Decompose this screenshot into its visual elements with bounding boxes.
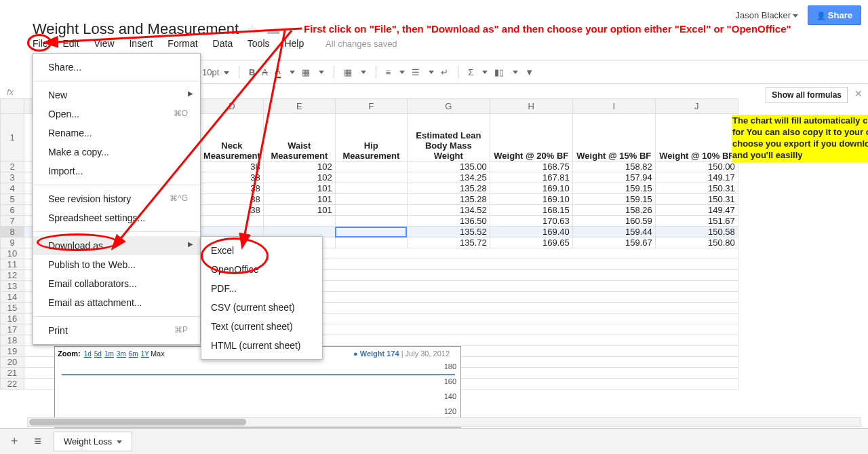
download-submenu: Excel OpenOffice PDF... CSV (current she… xyxy=(201,236,323,360)
menu-data[interactable]: Data xyxy=(213,38,233,49)
fill-color[interactable]: ▦ xyxy=(302,67,310,77)
menu-format[interactable]: Format xyxy=(167,38,197,49)
menu-revision[interactable]: See revision history⌘^G xyxy=(33,189,200,208)
selected-cell xyxy=(335,227,407,238)
share-button[interactable]: Share xyxy=(808,5,861,25)
menu-download-as[interactable]: Download as▶ xyxy=(33,236,200,255)
add-sheet-button[interactable]: + xyxy=(7,434,22,449)
align-button[interactable]: ≡ xyxy=(386,67,391,77)
sticky-note: The chart will fill automatically choose… xyxy=(732,115,868,162)
sheet-tabs-bar: + ≡ Weight Loss xyxy=(0,428,868,454)
submenu-pdf[interactable]: PDF... xyxy=(201,279,322,298)
file-menu-dropdown: Share... New▶ Open...⌘O Rename... Make a… xyxy=(33,53,201,345)
menu-new[interactable]: New▶ xyxy=(33,86,200,105)
borders-button[interactable]: ▦ xyxy=(344,67,352,77)
menu-bar: File Edit View Insert Format Data Tools … xyxy=(33,38,410,49)
menu-insert[interactable]: Insert xyxy=(129,38,153,49)
doc-title[interactable]: Weight Loss and Measurement ☆ ▬ xyxy=(33,20,279,38)
menu-publish[interactable]: Publish to the Web... xyxy=(33,255,200,274)
user-menu[interactable]: Jason Blacker xyxy=(736,10,799,20)
submenu-html[interactable]: HTML (current sheet) xyxy=(201,336,322,355)
menu-make-copy[interactable]: Make a copy... xyxy=(33,143,200,162)
bold-button[interactable]: B xyxy=(249,67,255,77)
save-status: All changes saved xyxy=(326,39,397,49)
text-color[interactable]: A xyxy=(275,66,281,78)
submenu-text[interactable]: Text (current sheet) xyxy=(201,317,322,336)
menu-file[interactable]: File xyxy=(33,38,48,49)
menu-rename[interactable]: Rename... xyxy=(33,124,200,143)
valign-button[interactable]: ☰ xyxy=(412,67,420,77)
menu-tools[interactable]: Tools xyxy=(248,38,270,49)
close-icon[interactable]: ✕ xyxy=(854,88,863,99)
horizontal-scrollbar[interactable] xyxy=(27,417,861,427)
annotation-text: First click on "File", then "Download as… xyxy=(304,23,791,35)
menu-import[interactable]: Import... xyxy=(33,162,200,181)
menu-email-collab[interactable]: Email collaborators... xyxy=(33,274,200,293)
menu-print[interactable]: Print⌘P xyxy=(33,321,200,340)
submenu-excel[interactable]: Excel xyxy=(201,241,322,260)
submenu-csv[interactable]: CSV (current sheet) xyxy=(201,298,322,317)
font-size[interactable]: 10pt xyxy=(202,67,229,77)
menu-view[interactable]: View xyxy=(94,38,114,49)
sheet-tab[interactable]: Weight Loss xyxy=(54,432,132,451)
menu-share[interactable]: Share... xyxy=(33,58,200,77)
all-sheets-button[interactable]: ≡ xyxy=(31,434,46,449)
functions-button[interactable]: Σ xyxy=(468,67,473,77)
menu-help[interactable]: Help xyxy=(284,38,304,49)
strike-button[interactable]: A xyxy=(262,67,268,77)
filter-button[interactable]: ▼ xyxy=(525,67,534,77)
folder-icon[interactable]: ▬ xyxy=(267,23,279,37)
menu-email-attach[interactable]: Email as attachment... xyxy=(33,293,200,312)
wrap-button[interactable]: ↵ xyxy=(441,67,448,77)
formula-bar-label: fx xyxy=(7,87,14,97)
submenu-openoffice[interactable]: OpenOffice xyxy=(201,260,322,279)
menu-edit[interactable]: Edit xyxy=(62,38,79,49)
star-icon[interactable]: ☆ xyxy=(247,23,258,37)
menu-settings[interactable]: Spreadsheet settings... xyxy=(33,208,200,227)
menu-open[interactable]: Open...⌘O xyxy=(33,105,200,124)
chart-button[interactable]: ▮▯ xyxy=(494,67,504,77)
